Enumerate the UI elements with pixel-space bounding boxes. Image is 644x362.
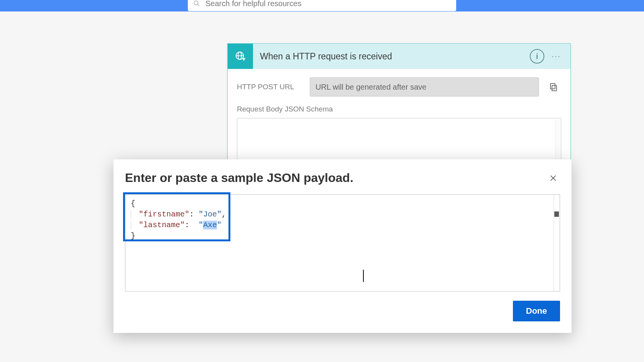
- svg-point-0: [194, 1, 198, 5]
- schema-textarea[interactable]: [237, 118, 561, 160]
- close-button[interactable]: [546, 171, 560, 185]
- more-options-icon[interactable]: ···: [547, 49, 565, 64]
- sample-payload-modal: Enter or paste a sample JSON payload. { …: [113, 159, 572, 333]
- json-key-firstname: "firstname": [139, 210, 189, 219]
- search-icon: [193, 0, 200, 7]
- modal-title: Enter or paste a sample JSON payload.: [125, 171, 546, 185]
- http-trigger-card: When a HTTP request is received i ··· HT…: [227, 43, 571, 172]
- json-brace-open: {: [131, 199, 135, 208]
- trigger-header[interactable]: When a HTTP request is received i ···: [228, 44, 570, 69]
- search-box[interactable]: [188, 0, 456, 11]
- scrollbar[interactable]: [554, 195, 560, 291]
- svg-rect-5: [552, 85, 557, 91]
- done-button[interactable]: Done: [513, 301, 560, 321]
- text-caret: [363, 270, 364, 282]
- json-value-lastname-selected: Axe: [203, 221, 217, 229]
- search-input[interactable]: [205, 0, 451, 8]
- http-request-icon: [228, 44, 253, 69]
- json-payload-textarea[interactable]: { "firstname": "Joe", "lastname": "Axe" …: [125, 194, 560, 292]
- svg-rect-6: [550, 84, 555, 89]
- top-bar: [0, 0, 644, 11]
- trigger-body: HTTP POST URL URL will be generated afte…: [228, 69, 570, 172]
- json-key-lastname: "lastname": [139, 221, 185, 229]
- copy-url-button[interactable]: [546, 79, 561, 95]
- info-icon[interactable]: i: [530, 49, 544, 64]
- http-post-url-label: HTTP POST URL: [237, 83, 310, 91]
- svg-line-1: [197, 4, 199, 6]
- schema-label: Request Body JSON Schema: [237, 105, 561, 113]
- http-post-url-field: URL will be generated after save: [310, 77, 539, 97]
- json-brace-close: }: [131, 231, 135, 240]
- json-value-firstname: "Joe": [199, 210, 222, 219]
- trigger-title: When a HTTP request is received: [253, 51, 527, 62]
